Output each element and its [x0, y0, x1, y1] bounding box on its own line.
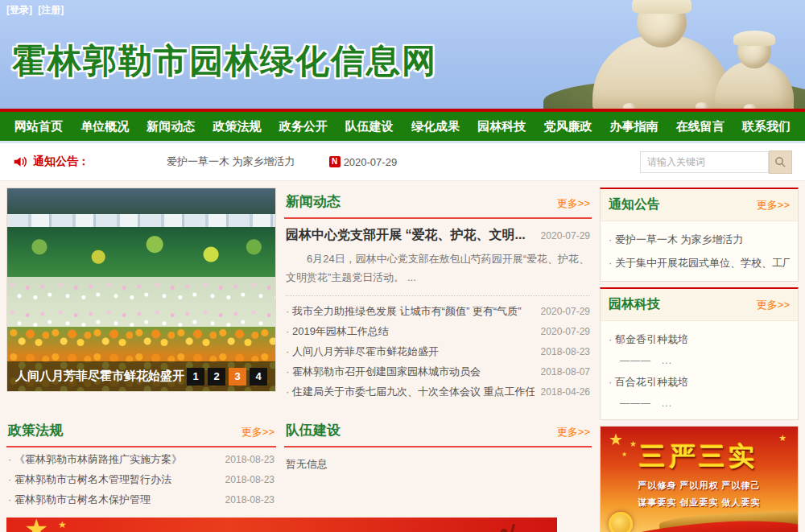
news-item-title[interactable]: 2019年园林工作总结 — [286, 324, 535, 339]
notice-bar: 通知公告： 爱护一草一木 为家乡增活力 N 2020-07-29 — [0, 143, 805, 181]
policy-list: 《霍林郭勒市林荫路推广实施方案》 2018-08-23 霍林郭勒市古树名木管理暂… — [6, 447, 276, 511]
news-list-item[interactable]: 2019年园林工作总结 2020-07-29 — [286, 321, 590, 341]
policy-list-item[interactable]: 霍林郭勒市古树名木保护管理 2018-08-23 — [8, 489, 275, 509]
tech-box-head: 园林科技 更多>> — [601, 289, 798, 321]
search-input[interactable] — [640, 151, 769, 173]
team-more-link[interactable]: 更多>> — [557, 425, 590, 439]
content-area: 人间八月芳菲尽霍市鲜花始盛开 1 2 3 4 新闻动态 更多>> — [0, 181, 805, 532]
news-more-link[interactable]: 更多>> — [557, 196, 590, 211]
featured-news: 园林中心党支部开展 “爱花、护花、文明... 2020-07-29 6月24日，… — [284, 219, 592, 292]
news-item-date: 2018-08-23 — [541, 346, 590, 357]
pager-button-3-active[interactable]: 3 — [229, 368, 246, 386]
page: [登录] [注册] 霍林郭勒市园林绿化信息网 网站首页 单位概况 新闻动态 政策… — [0, 0, 805, 532]
sanyan-title: 三严三实 — [601, 439, 798, 475]
notices-list: 爱护一草一木 为家乡增活力 关于集中开展花园式单位、学校、工厂... — [601, 221, 798, 281]
carousel-pager: 1 2 3 4 — [187, 368, 267, 386]
policy-item-date: 2018-08-23 — [225, 494, 275, 505]
news-list: 我市全力助推绿色发展 让城市有“颜值” 更有“气质” 2020-07-29 20… — [284, 299, 592, 403]
party-emblem-icon — [609, 512, 633, 532]
notices-more-link[interactable]: 更多>> — [757, 198, 790, 212]
tech-item[interactable]: 郁金香引种栽培 — [609, 328, 790, 351]
notice-item[interactable]: 爱护一草一木 为家乡增活力 — [609, 228, 790, 251]
policy-item-date: 2018-08-23 — [225, 474, 275, 485]
tech-item[interactable]: 百合花引种栽培 — [609, 370, 790, 394]
team-empty-text: 暂无信息 — [284, 447, 592, 481]
login-bar: [登录] [注册] — [6, 3, 67, 17]
nav-item-message[interactable]: 在线留言 — [676, 119, 724, 134]
notices-box-title: 通知公告 — [609, 196, 660, 213]
main-column: 人间八月芳菲尽霍市鲜花始盛开 1 2 3 4 新闻动态 更多>> — [6, 188, 592, 532]
news-list-item[interactable]: 霍林郭勒市召开创建国家园林城市动员会 2018-08-07 — [286, 361, 590, 381]
divider — [286, 295, 590, 296]
carousel-caption[interactable]: 人间八月芳菲尽霍市鲜花始盛开 — [15, 369, 187, 384]
news-item-date: 2020-07-29 — [541, 326, 590, 337]
sanyan-line1: 严以修身 严以用权 严以律己 — [601, 480, 798, 492]
nav-item-party[interactable]: 党风廉政 — [543, 119, 592, 134]
nav-item-team[interactable]: 队伍建设 — [345, 119, 394, 134]
policy-section: 政策法规 更多>> 《霍林郭勒市林荫路推广实施方案》 2018-08-23 霍林… — [6, 416, 276, 511]
news-item-title[interactable]: 人间八月芳菲尽霍市鲜花始盛开 — [286, 344, 535, 359]
news-list-item[interactable]: 人间八月芳菲尽霍市鲜花始盛开 2018-08-23 — [286, 341, 590, 361]
tech-list: 郁金香引种栽培 ——— ... 百合花引种栽培 ——— ... — [601, 321, 798, 419]
search-area — [640, 151, 792, 174]
policy-item-date: 2018-08-23 — [225, 454, 275, 465]
tech-box: 园林科技 更多>> 郁金香引种栽培 ——— ... 百合花引种栽培 ——— ..… — [600, 287, 799, 420]
carousel-caption-bar: 人间八月芳菲尽霍市鲜花始盛开 1 2 3 4 — [7, 361, 275, 391]
yurt-shape — [696, 102, 708, 109]
news-item-title[interactable]: 住建局关于市委七届九次、十次全体会议 重点工作任... — [286, 385, 535, 399]
nav-item-contact[interactable]: 联系我们 — [742, 119, 791, 134]
main-nav: 网站首页 单位概况 新闻动态 政策法规 政务公开 队伍建设 绿化成果 园林科技 … — [0, 109, 805, 143]
news-list-item[interactable]: 我市全力助推绿色发展 让城市有“颜值” 更有“气质” 2020-07-29 — [286, 301, 590, 321]
pager-button-2[interactable]: 2 — [208, 368, 225, 386]
nav-item-gov-affairs[interactable]: 政务公开 — [279, 119, 328, 134]
pager-button-4[interactable]: 4 — [250, 368, 267, 386]
policy-section-head: 政策法规 更多>> — [6, 416, 276, 447]
team-section-title: 队伍建设 — [286, 421, 341, 439]
nav-item-policy[interactable]: 政策法规 — [213, 119, 262, 134]
notice-date: 2020-07-29 — [344, 156, 398, 168]
notice-item[interactable]: 关于集中开展花园式单位、学校、工厂... — [609, 251, 790, 274]
tech-more-link[interactable]: 更多>> — [757, 298, 790, 312]
footer-banner-image[interactable]: ★ ★ ★ ★ — [6, 518, 557, 532]
speaker-icon — [13, 155, 27, 169]
sidebar: 通知公告 更多>> 爱护一草一木 为家乡增活力 关于集中开展花园式单位、学校、工… — [600, 188, 799, 532]
pager-button-1[interactable]: 1 — [187, 368, 204, 386]
register-link[interactable]: [注册] — [38, 4, 64, 15]
policy-item-title[interactable]: 霍林郭勒市古树名木管理暂行办法 — [8, 472, 219, 487]
sanyan-banner-image[interactable]: ★ ★ ★ ★ 三严三实 严以修身 严以用权 严以律己 谋事要实 创业要实 做人… — [600, 426, 799, 532]
statue-small — [715, 60, 794, 109]
news-section-title: 新闻动态 — [286, 192, 341, 211]
nav-item-news[interactable]: 新闻动态 — [147, 119, 195, 134]
notices-box-head: 通知公告 更多>> — [601, 189, 798, 221]
team-section: 队伍建设 更多>> 暂无信息 — [284, 416, 592, 511]
site-title: 霍林郭勒市园林绿化信息网 — [12, 39, 437, 84]
policy-more-link[interactable]: 更多>> — [242, 425, 275, 439]
statue-large — [592, 35, 731, 109]
nav-item-greening[interactable]: 绿化成果 — [411, 119, 460, 134]
yurt-shape — [623, 103, 636, 109]
notice-headline-link[interactable]: 爱护一草一木 为家乡增活力 — [167, 155, 295, 169]
news-section-head: 新闻动态 更多>> — [284, 188, 592, 219]
sanyan-line2: 谋事要实 创业要实 做人要实 — [601, 497, 798, 509]
notices-box: 通知公告 更多>> 爱护一草一木 为家乡增活力 关于集中开展花园式单位、学校、工… — [600, 188, 799, 282]
carousel[interactable]: 人间八月芳菲尽霍市鲜花始盛开 1 2 3 4 — [6, 188, 276, 392]
search-button[interactable] — [769, 151, 792, 174]
policy-list-item[interactable]: 霍林郭勒市古树名木管理暂行办法 2018-08-23 — [8, 469, 275, 489]
news-item-date: 2018-08-07 — [541, 366, 590, 377]
news-item-title[interactable]: 我市全力助推绿色发展 让城市有“颜值” 更有“气质” — [286, 304, 535, 319]
featured-news-title[interactable]: 园林中心党支部开展 “爱花、护花、文明... — [286, 227, 535, 244]
yurt-shape — [744, 104, 757, 109]
news-item-title[interactable]: 霍林郭勒市召开创建国家园林城市动员会 — [286, 365, 535, 379]
notice-label: 通知公告： — [33, 155, 89, 169]
nav-item-about[interactable]: 单位概况 — [80, 119, 129, 134]
nav-item-tech[interactable]: 园林科技 — [477, 119, 526, 134]
nav-item-home[interactable]: 网站首页 — [14, 119, 63, 134]
news-list-item[interactable]: 住建局关于市委七届九次、十次全体会议 重点工作任... 2018-04-26 — [286, 381, 590, 402]
policy-item-title[interactable]: 《霍林郭勒市林荫路推广实施方案》 — [8, 452, 219, 467]
news-section: 新闻动态 更多>> 园林中心党支部开展 “爱花、护花、文明... 2020-07… — [284, 188, 592, 403]
featured-news-date: 2020-07-29 — [541, 230, 590, 241]
nav-item-guide[interactable]: 办事指南 — [610, 119, 658, 134]
policy-item-title[interactable]: 霍林郭勒市古树名木保护管理 — [8, 493, 219, 507]
login-link[interactable]: [登录] — [6, 4, 32, 15]
policy-list-item[interactable]: 《霍林郭勒市林荫路推广实施方案》 2018-08-23 — [8, 449, 275, 469]
